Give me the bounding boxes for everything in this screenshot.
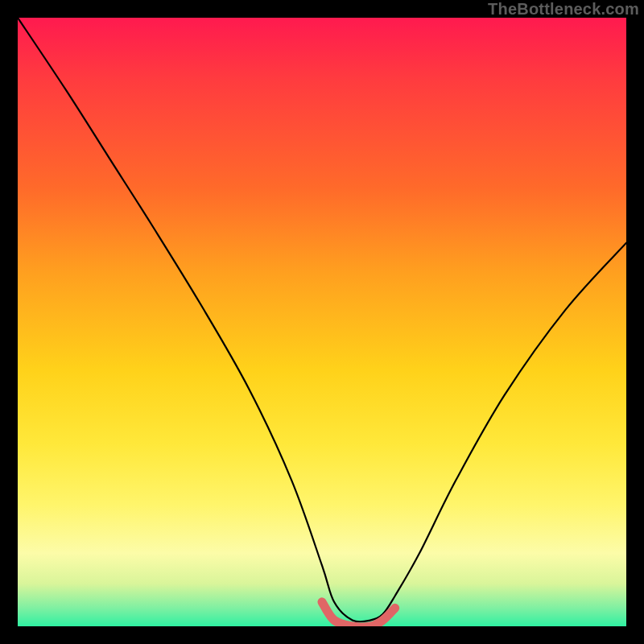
bottleneck-curve <box>18 18 626 621</box>
plot-area <box>18 18 626 626</box>
watermark-text: TheBottleneck.com <box>488 0 639 19</box>
curve-svg <box>18 18 626 626</box>
highlight-segment <box>322 602 395 626</box>
chart-frame: TheBottleneck.com <box>0 0 644 644</box>
